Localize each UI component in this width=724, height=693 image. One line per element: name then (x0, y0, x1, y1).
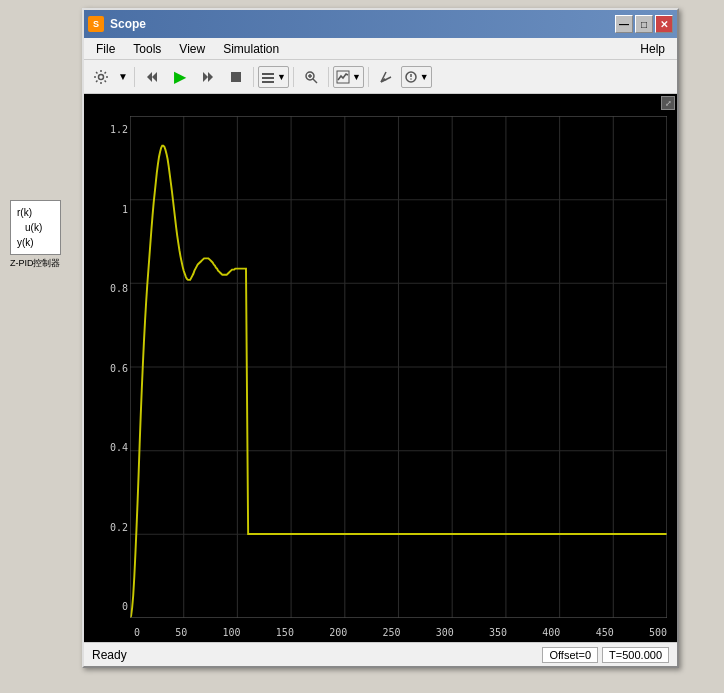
menu-bar: File Tools View Simulation Help (84, 38, 677, 60)
svg-marker-3 (203, 72, 208, 82)
minimize-button[interactable]: — (615, 15, 633, 33)
plot-area: ⤢ 0 0.2 0.4 0.6 0.8 1 1.2 0 50 100 150 (84, 94, 677, 642)
title-controls[interactable]: — □ ✕ (615, 15, 673, 33)
status-bar: Ready Offset=0 T=500.000 (84, 642, 677, 666)
y-label-0.2: 0.2 (110, 522, 128, 533)
x-label-300: 300 (436, 627, 454, 638)
x-label-250: 250 (382, 627, 400, 638)
window-title: Scope (110, 17, 146, 31)
x-label-0: 0 (134, 627, 140, 638)
block-label-r: r(k) (17, 205, 54, 220)
title-bar-left: S Scope (88, 16, 146, 32)
svg-marker-2 (152, 72, 157, 82)
x-label-50: 50 (175, 627, 187, 638)
scope-icon: S (88, 16, 104, 32)
scope-window: S Scope — □ ✕ File Tools View Simulation… (82, 8, 679, 668)
simulink-block: r(k) u(k) y(k) Z-PID控制器 (10, 200, 61, 270)
x-label-400: 400 (542, 627, 560, 638)
plot-wrapper: ⤢ 0 0.2 0.4 0.6 0.8 1 1.2 0 50 100 150 (84, 94, 677, 642)
svg-point-0 (99, 74, 104, 79)
x-axis-labels: 0 50 100 150 200 250 300 350 400 450 500 (134, 627, 667, 638)
y-axis-labels: 0 0.2 0.4 0.6 0.8 1 1.2 (88, 124, 128, 612)
svg-rect-5 (231, 72, 241, 82)
menu-tools[interactable]: Tools (125, 40, 169, 58)
svg-rect-8 (262, 81, 274, 83)
svg-rect-7 (262, 77, 274, 79)
toolbar-sep-3 (293, 67, 294, 87)
block-label-u: u(k) (17, 220, 54, 235)
y-label-0: 0 (122, 601, 128, 612)
expand-button[interactable]: ⤢ (661, 96, 675, 110)
y-label-1: 1 (122, 204, 128, 215)
x-label-450: 450 (596, 627, 614, 638)
rewind-button[interactable] (139, 64, 165, 90)
y-label-0.4: 0.4 (110, 442, 128, 453)
block-labels: r(k) u(k) y(k) (10, 200, 61, 255)
x-label-150: 150 (276, 627, 294, 638)
toolbar-sep-1 (134, 67, 135, 87)
settings-dropdown-btn[interactable]: ▼ (116, 64, 130, 90)
desktop: r(k) u(k) y(k) Z-PID控制器 S Scope — □ ✕ Fi… (0, 0, 724, 693)
x-label-500: 500 (649, 627, 667, 638)
block-label-y: y(k) (17, 235, 54, 250)
toolbar-sep-5 (368, 67, 369, 87)
svg-marker-4 (208, 72, 213, 82)
maximize-button[interactable]: □ (635, 15, 653, 33)
y-label-0.8: 0.8 (110, 283, 128, 294)
play-button[interactable]: ▶ (167, 64, 193, 90)
status-ready-text: Ready (92, 648, 542, 662)
svg-point-19 (410, 78, 412, 80)
y-label-1.2: 1.2 (110, 124, 128, 135)
y-label-0.6: 0.6 (110, 363, 128, 374)
zoom-in-button[interactable] (298, 64, 324, 90)
status-right: Offset=0 T=500.000 (542, 647, 669, 663)
toolbar: ▼ ▶ (84, 60, 677, 94)
svg-line-10 (313, 79, 317, 83)
svg-rect-6 (262, 73, 274, 75)
cursor-button[interactable] (373, 64, 399, 90)
svg-marker-1 (147, 72, 152, 82)
x-label-100: 100 (223, 627, 241, 638)
signal-svg (130, 116, 667, 618)
x-label-350: 350 (489, 627, 507, 638)
menu-help[interactable]: Help (632, 40, 673, 58)
status-offset: Offset=0 (542, 647, 598, 663)
block-name: Z-PID控制器 (10, 257, 61, 270)
toolbar-sep-4 (328, 67, 329, 87)
params-dropdown[interactable]: ▼ (258, 66, 289, 88)
settings-button[interactable] (88, 64, 114, 90)
menu-file[interactable]: File (88, 40, 123, 58)
step-button[interactable] (195, 64, 221, 90)
menu-view[interactable]: View (171, 40, 213, 58)
stop-button[interactable] (223, 64, 249, 90)
menu-simulation[interactable]: Simulation (215, 40, 287, 58)
autoscale-dropdown[interactable]: ▼ (333, 66, 364, 88)
close-button[interactable]: ✕ (655, 15, 673, 33)
tools-dropdown[interactable]: ▼ (401, 66, 432, 88)
toolbar-sep-2 (253, 67, 254, 87)
title-bar: S Scope — □ ✕ (84, 10, 677, 38)
x-label-200: 200 (329, 627, 347, 638)
status-time: T=500.000 (602, 647, 669, 663)
